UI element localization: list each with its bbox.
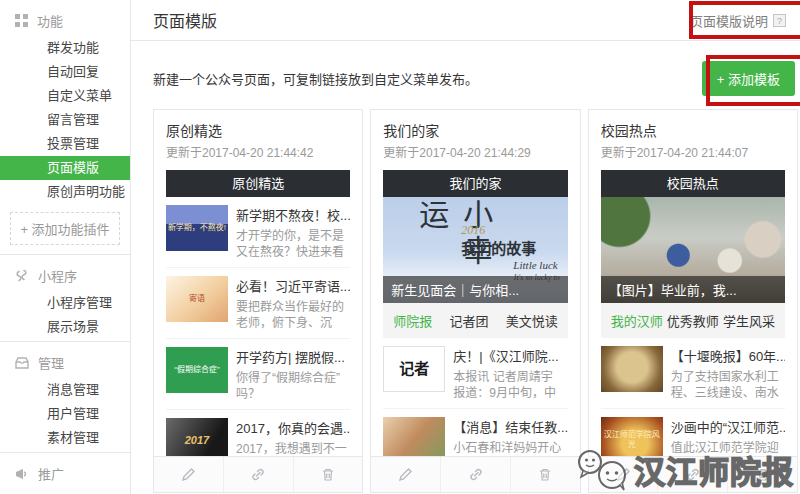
app-window: 功能 群发功能 自动回复 自定义菜单 留言管理 投票管理 页面模版 原创声明功能… bbox=[0, 0, 800, 494]
thumb-text: 汉江师范学院风光 bbox=[601, 430, 663, 449]
article-item[interactable]: 汉江师范学院风光 沙画中的“汉江师范... 值此汉江师范学院迎来首个国庆节之际，… bbox=[601, 409, 785, 456]
card-title: 原创精选 bbox=[166, 120, 350, 140]
article-title: 2017，你真的会遇... bbox=[236, 418, 350, 437]
hero-caption: 新生见面会｜与你相... bbox=[383, 276, 567, 303]
article-item[interactable]: 寄语 必看！习近平寄语... 要把群众当作最好的老师，俯下身、沉下... bbox=[166, 268, 350, 339]
tab-jizhetuan[interactable]: 记者团 bbox=[449, 311, 488, 330]
link-icon bbox=[468, 467, 484, 482]
card-footer bbox=[589, 456, 797, 492]
edit-button[interactable] bbox=[589, 457, 658, 492]
article-desc: 本报讯 记者周靖宇 报道：9月中旬，中国高校... bbox=[453, 369, 567, 401]
article-thumbnail: 记者 bbox=[383, 346, 445, 392]
preview-title-bar: 原创精选 bbox=[166, 170, 350, 197]
preview-tabs: 师院报 记者团 美文悦读 bbox=[383, 303, 567, 338]
sidebar-item-vote-mgmt[interactable]: 投票管理 bbox=[0, 132, 130, 156]
sidebar-item-display-scene[interactable]: 展示场景 bbox=[0, 315, 130, 339]
card-footer bbox=[154, 456, 362, 492]
template-help-link[interactable]: 页面模版说明 ? bbox=[690, 11, 786, 30]
sidebar-item-mass-send[interactable]: 群发功能 bbox=[0, 36, 130, 60]
thumb-text: “假期综合症” bbox=[174, 365, 219, 375]
article-title: 沙画中的“汉江师范... bbox=[671, 417, 785, 436]
article-thumbnail: 2017 bbox=[166, 418, 228, 456]
hero-story-text: 我们的故事 bbox=[461, 237, 536, 258]
hero-script-text: Little luck bbox=[513, 259, 557, 271]
article-title: 开学药方| 摆脱假... bbox=[236, 347, 350, 366]
article-item[interactable]: 【十堰晚报】60年... 为了支持国家水利工程、三线建设、南水北... bbox=[601, 338, 785, 409]
help-icon[interactable]: ? bbox=[773, 14, 786, 27]
sidebar-section-manage: 管理 bbox=[0, 346, 130, 378]
copy-link-button[interactable] bbox=[657, 457, 727, 492]
article-item[interactable]: 2017 2017，你真的会遇... 2017，我想遇到不一样的自己，你呢？ bbox=[166, 410, 350, 456]
tab-xueshengfengcai[interactable]: 学生风采 bbox=[723, 311, 775, 330]
article-desc: 值此汉江师范学院迎来首个国庆节之际，我们特... bbox=[671, 440, 785, 456]
section-label: 功能 bbox=[37, 11, 63, 30]
article-item[interactable]: 新学期，不熬夜! 新学期不熬夜！校... 才开学的你，是不是又在熬夜？快进来看看… bbox=[166, 197, 350, 268]
delete-button[interactable] bbox=[293, 457, 363, 492]
article-thumbnail bbox=[601, 346, 663, 392]
template-card-our-home[interactable]: 我们的家 更新于2017-04-20 21:44:29 我们的家 小幸运 201… bbox=[370, 109, 580, 493]
sidebar-item-advertiser[interactable]: 广告主 bbox=[0, 489, 130, 494]
sidebar-item-auto-reply[interactable]: 自动回复 bbox=[0, 60, 130, 84]
article-desc: 才开学的你，是不是又在熬夜？快进来看看吧！ bbox=[236, 228, 350, 260]
add-template-button[interactable]: + 添加模板 bbox=[702, 61, 795, 96]
sidebar-item-material-mgmt[interactable]: 素材管理 bbox=[0, 426, 130, 450]
sidebar-section-promotion: 推广 bbox=[0, 457, 130, 489]
sidebar-item-miniprogram-mgmt[interactable]: 小程序管理 bbox=[0, 291, 130, 315]
link-icon bbox=[685, 467, 701, 482]
copy-link-button[interactable] bbox=[440, 457, 510, 492]
tab-shiyuanbao[interactable]: 师院报 bbox=[393, 311, 432, 330]
page-title: 页面模版 bbox=[153, 8, 217, 32]
delete-icon bbox=[756, 467, 770, 482]
miniprogram-icon bbox=[15, 269, 29, 282]
delete-button[interactable] bbox=[510, 457, 580, 492]
article-title: 【十堰晚报】60年... bbox=[671, 346, 785, 365]
delete-button[interactable] bbox=[727, 457, 797, 492]
sidebar-item-message-mgmt[interactable]: 消息管理 bbox=[0, 378, 130, 402]
sidebar-item-page-template[interactable]: 页面模版 bbox=[0, 156, 130, 180]
article-thumbnail bbox=[383, 417, 445, 456]
article-thumbnail: 汉江师范学院风光 bbox=[601, 417, 663, 456]
sidebar-divider bbox=[0, 341, 130, 342]
preview-title-bar: 我们的家 bbox=[383, 170, 567, 197]
template-card-campus-hotspot[interactable]: 校园热点 更新于2017-04-20 21:44:07 校园热点 【图片】毕业前… bbox=[588, 109, 798, 493]
article-item[interactable]: 【消息】结束任教... 小石春和洋妈妈开心地玩耍 周靖宇 摄 本报讯... bbox=[383, 409, 567, 456]
tab-wodehanshi[interactable]: 我的汉师 bbox=[611, 311, 663, 330]
intro-row: 新建一个公众号页面，可复制链接放到自定义菜单发布。 + 添加模板 bbox=[131, 41, 800, 109]
edit-icon bbox=[398, 467, 413, 482]
delete-icon bbox=[321, 467, 335, 482]
article-thumbnail: “假期综合症” bbox=[166, 347, 228, 393]
edit-button[interactable] bbox=[371, 457, 440, 492]
article-desc: 为了支持国家水利工程、三线建设、南水北... bbox=[671, 369, 785, 401]
tab-meiwenyuedu[interactable]: 美文悦读 bbox=[506, 311, 558, 330]
sidebar: 功能 群发功能 自动回复 自定义菜单 留言管理 投票管理 页面模版 原创声明功能… bbox=[0, 0, 131, 494]
article-desc: 你得了“假期综合症”吗？ bbox=[236, 370, 350, 402]
preview-tabs: 我的汉师 优秀教师 学生风采 bbox=[601, 303, 785, 338]
hero-year-text: 2016 bbox=[461, 223, 485, 238]
edit-button[interactable] bbox=[154, 457, 223, 492]
hero-image[interactable]: 【图片】毕业前，我... bbox=[601, 197, 785, 303]
article-title: 【消息】结束任教... bbox=[453, 417, 567, 436]
section-label: 管理 bbox=[38, 353, 64, 372]
edit-icon bbox=[181, 467, 196, 482]
sidebar-item-user-mgmt[interactable]: 用户管理 bbox=[0, 402, 130, 426]
card-footer bbox=[371, 456, 579, 492]
article-item[interactable]: 记者 庆！|《汉江师院... 本报讯 记者周靖宇 报道：9月中旬，中国高校... bbox=[383, 338, 567, 409]
thumb-text: 新学期，不熬夜! bbox=[168, 223, 226, 233]
sidebar-item-custom-menu[interactable]: 自定义菜单 bbox=[0, 84, 130, 108]
copy-link-button[interactable] bbox=[223, 457, 293, 492]
sidebar-item-original-statement[interactable]: 原创声明功能 bbox=[0, 180, 130, 204]
add-plugin-button[interactable]: + 添加功能插件 bbox=[10, 212, 120, 245]
card-head: 我们的家 更新于2017-04-20 21:44:29 bbox=[371, 110, 579, 166]
template-card-original-picks[interactable]: 原创精选 更新于2017-04-20 21:44:42 原创精选 新学期，不熬夜… bbox=[153, 109, 363, 493]
grid-icon bbox=[15, 14, 28, 27]
card-preview: 我们的家 小幸运 2016 我们的故事 Little luck It's so … bbox=[371, 166, 579, 456]
article-desc: 2017，我想遇到不一样的自己，你呢？ bbox=[236, 441, 350, 456]
hero-image[interactable]: 小幸运 2016 我们的故事 Little luck It's so lucky… bbox=[383, 197, 567, 303]
archive-box-icon bbox=[15, 357, 29, 369]
sidebar-section-features: 功能 bbox=[0, 4, 130, 36]
sidebar-item-comment-mgmt[interactable]: 留言管理 bbox=[0, 108, 130, 132]
megaphone-icon bbox=[15, 468, 29, 480]
thumb-text: 寄语 bbox=[189, 294, 205, 304]
article-item[interactable]: “假期综合症” 开学药方| 摆脱假... 你得了“假期综合症”吗？ bbox=[166, 339, 350, 410]
tab-youxiujiaoshi[interactable]: 优秀教师 bbox=[667, 311, 719, 330]
